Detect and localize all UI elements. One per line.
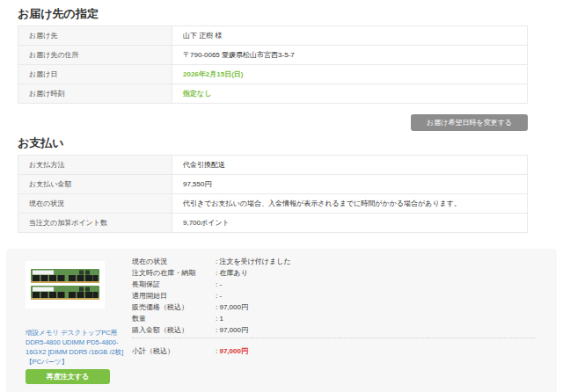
row-label: お届け先の住所	[18, 46, 172, 65]
table-row: お支払い金額 97,550円	[18, 175, 528, 194]
detail-value-warranty: -	[216, 279, 222, 290]
row-value-delivery-time: 指定なし	[172, 84, 528, 104]
table-row: 現在の状況 代引きでお支払いの場合、入金情報が表示されるまでに時間がかかる場合が…	[18, 194, 528, 214]
detail-row: 購入金額（税込） 97,000円	[132, 324, 539, 336]
row-label: お支払い金額	[18, 175, 172, 194]
detail-value-order-status: 注文を受け付けました	[216, 256, 291, 267]
order-item-panel: 増設メモリ デスクトップPC用 DDR5-4800 UDIMM PD5-4800…	[6, 249, 557, 392]
row-value-points: 9,700ポイント	[172, 214, 528, 233]
delivery-actions: お届け希望日時を変更する	[18, 114, 528, 131]
detail-row: 現在の状況 注文を受け付けました	[132, 256, 539, 267]
detail-row: 注文時の在庫・納期 在庫あり	[132, 267, 539, 279]
table-row: お届け先の住所 〒790-0065 愛媛県松山市宮西3-5-7	[18, 46, 528, 65]
detail-label: 販売価格（税込）	[132, 301, 216, 313]
row-value-address: 〒790-0065 愛媛県松山市宮西3-5-7	[172, 46, 528, 65]
row-label: お届け先	[18, 26, 172, 46]
detail-label: 長期保証	[132, 279, 216, 290]
row-value-payment-status: 代引きでお支払いの場合、入金情報が表示されるまでに時間がかかる場合があります。	[172, 194, 528, 214]
order-detail-page: お届け先の指定 お届け先 山下 正樹 様 お届け先の住所 〒790-0065 愛…	[0, 0, 563, 392]
row-label: お届け時刻	[18, 84, 172, 104]
detail-label: 適用開始日	[132, 290, 216, 301]
detail-row: 長期保証 -	[132, 279, 539, 290]
row-label: 現在の状況	[18, 194, 172, 214]
dotted-divider	[132, 338, 535, 338]
subtotal-value: 97,000円	[216, 345, 248, 357]
row-label: 当注文の加算ポイント数	[18, 214, 172, 233]
subtotal-row: 小計（税込） 97,000円	[132, 345, 539, 357]
order-item-product-column: 増設メモリ デスクトップPC用 DDR5-4800 UDIMM PD5-4800…	[26, 256, 128, 392]
detail-label: 購入金額（税込）	[132, 324, 216, 336]
detail-value-stock: 在庫あり	[216, 267, 248, 279]
detail-value-purchase-amount: 97,000円	[216, 324, 248, 336]
row-value-recipient: 山下 正樹 様	[172, 26, 528, 46]
detail-label: 数量	[132, 313, 216, 324]
detail-label: 現在の状況	[132, 256, 216, 267]
detail-value-quantity: 1	[216, 313, 223, 324]
detail-value-unit-price: 97,000円	[216, 301, 248, 313]
row-value-payment-amount: 97,550円	[172, 175, 528, 194]
row-value-delivery-date: 2026年2月15日(日)	[172, 65, 528, 84]
row-label: お支払方法	[18, 156, 172, 175]
order-item-details: 現在の状況 注文を受け付けました 注文時の在庫・納期 在庫あり 長期保証 - 適…	[132, 256, 539, 392]
delivery-section-title: お届け先の指定	[18, 7, 545, 20]
detail-label: 注文時の在庫・納期	[132, 267, 216, 279]
row-value-payment-method: 代金引換配送	[172, 156, 528, 175]
payment-info-table: お支払方法 代金引換配送 お支払い金額 97,550円 現在の状況 代引きでお支…	[18, 155, 528, 233]
subtotal-label: 小計（税込）	[132, 345, 216, 357]
detail-value-start-date: -	[216, 290, 222, 301]
change-delivery-datetime-button[interactable]: お届け希望日時を変更する	[411, 114, 528, 131]
table-row: お届け先 山下 正樹 様	[18, 26, 528, 46]
payment-section-title: お支払い	[18, 136, 545, 149]
detail-row: 適用開始日 -	[132, 290, 539, 301]
product-title-link[interactable]: 増設メモリ デスクトップPC用 DDR5-4800 UDIMM PD5-4800…	[26, 328, 128, 367]
detail-row: 販売価格（税込） 97,000円	[132, 301, 539, 313]
detail-row: 数量 1	[132, 313, 539, 324]
product-thumbnail[interactable]	[26, 261, 105, 309]
reorder-button[interactable]: 再度注文する	[26, 369, 110, 384]
table-row: お届け時刻 指定なし	[18, 84, 528, 104]
delivery-info-table: お届け先 山下 正樹 様 お届け先の住所 〒790-0065 愛媛県松山市宮西3…	[18, 25, 528, 104]
table-row: 当注文の加算ポイント数 9,700ポイント	[18, 214, 528, 233]
ram-memory-product-image	[31, 269, 99, 301]
table-row: お支払方法 代金引換配送	[18, 156, 528, 175]
row-label: お届け日	[18, 65, 172, 84]
table-row: お届け日 2026年2月15日(日)	[18, 65, 528, 84]
